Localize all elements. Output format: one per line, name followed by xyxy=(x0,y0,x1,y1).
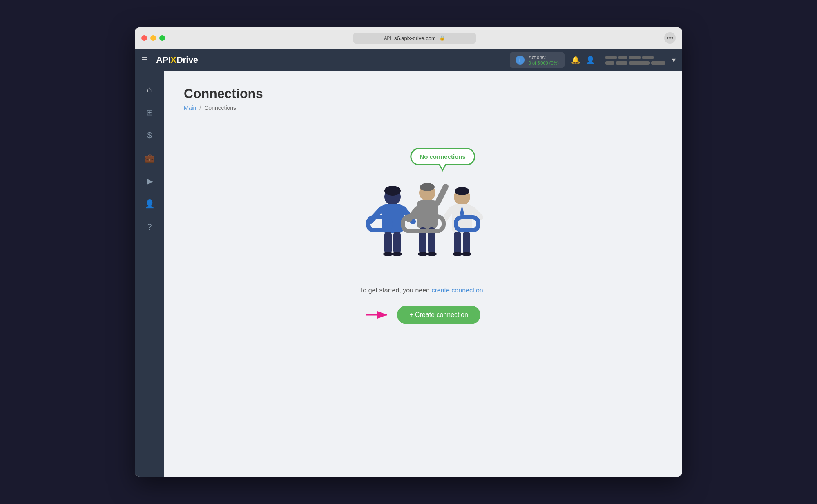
app-container: ☰ API X Drive i Actions: 0 of 5'000 (0%)… xyxy=(135,49,682,477)
create-connection-link[interactable]: create connection xyxy=(431,287,483,294)
create-connection-button[interactable]: + Create connection xyxy=(397,306,480,324)
nav-icons: 🔔 👤 xyxy=(571,56,595,65)
play-icon: ▶ xyxy=(147,176,153,186)
no-connections-bubble: No connections xyxy=(410,148,475,165)
browser-window: API s6.apix-drive.com 🔒 ••• ☰ API X Driv… xyxy=(135,27,682,477)
people-chain-illustration xyxy=(358,168,489,274)
svg-point-10 xyxy=(420,183,435,191)
minimize-button[interactable] xyxy=(150,35,156,41)
notification-icon[interactable]: 🔔 xyxy=(571,56,580,65)
sidebar-item-play[interactable]: ▶ xyxy=(140,171,159,191)
chevron-down-icon[interactable]: ▾ xyxy=(672,56,676,65)
helper-text-after: . xyxy=(485,287,487,294)
svg-rect-5 xyxy=(384,232,392,254)
svg-rect-24 xyxy=(454,232,461,254)
arrow-right-icon xyxy=(366,309,391,321)
empty-state: No connections xyxy=(184,127,663,341)
main-body: ⌂ ⊞ $ 💼 ▶ 👤 ? xyxy=(135,71,682,477)
browser-chrome: API s6.apix-drive.com 🔒 ••• xyxy=(135,27,682,49)
sidebar-item-billing[interactable]: $ xyxy=(140,125,159,145)
pill-row-2 xyxy=(605,61,665,65)
pill xyxy=(629,56,641,59)
actions-count: 0 of 5'000 (0%) xyxy=(529,60,559,65)
svg-point-7 xyxy=(383,252,393,256)
hamburger-menu[interactable]: ☰ xyxy=(141,56,148,65)
cta-row: + Create connection xyxy=(366,306,480,324)
pill xyxy=(629,61,650,65)
url-text: s6.apix-drive.com xyxy=(394,35,436,41)
pill xyxy=(605,56,617,59)
svg-rect-6 xyxy=(393,232,401,254)
logo: API X Drive xyxy=(156,55,198,65)
info-icon: i xyxy=(516,56,525,65)
user-avatar-icon[interactable]: 👤 xyxy=(586,56,595,65)
pill xyxy=(642,56,654,59)
logo-api: API xyxy=(156,55,170,65)
pill xyxy=(605,61,614,65)
sidebar-item-briefcase[interactable]: 💼 xyxy=(140,148,159,168)
svg-point-27 xyxy=(462,252,471,256)
nav-pills-area xyxy=(605,56,665,65)
svg-point-16 xyxy=(418,252,428,256)
content-area: Connections Main / Connections No connec… xyxy=(164,71,682,477)
svg-rect-25 xyxy=(463,232,470,254)
pill-row-1 xyxy=(605,56,665,59)
breadcrumb: Main / Connections xyxy=(184,105,663,111)
svg-point-8 xyxy=(392,252,402,256)
svg-line-12 xyxy=(438,187,446,203)
top-navbar: ☰ API X Drive i Actions: 0 of 5'000 (0%)… xyxy=(135,49,682,71)
address-bar: API s6.apix-drive.com 🔒 xyxy=(170,33,659,44)
sidebar-item-home[interactable]: ⌂ xyxy=(140,80,159,99)
helper-text: To get started, you need create connecti… xyxy=(359,287,487,294)
home-icon: ⌂ xyxy=(147,85,152,94)
svg-point-19 xyxy=(455,187,469,195)
maximize-button[interactable] xyxy=(159,35,165,41)
logo-x: X xyxy=(170,55,176,65)
pill xyxy=(616,61,627,65)
actions-text: Actions: 0 of 5'000 (0%) xyxy=(529,55,559,65)
sidebar-item-connections[interactable]: ⊞ xyxy=(140,103,159,122)
lock-icon: 🔒 xyxy=(439,35,445,41)
svg-point-26 xyxy=(453,252,462,256)
logo-drive: Drive xyxy=(176,55,198,65)
dollar-icon: $ xyxy=(147,131,152,140)
help-icon: ? xyxy=(147,222,152,232)
pill xyxy=(618,56,627,59)
api-icon: API xyxy=(384,36,391,40)
more-button[interactable]: ••• xyxy=(664,32,676,44)
connections-icon: ⊞ xyxy=(146,107,153,117)
sidebar-item-user[interactable]: 👤 xyxy=(140,194,159,214)
illustration-container: No connections xyxy=(354,144,493,274)
breadcrumb-current: Connections xyxy=(204,105,236,111)
svg-line-22 xyxy=(444,209,452,221)
close-button[interactable] xyxy=(141,35,147,41)
actions-label: Actions: xyxy=(529,55,559,60)
traffic-lights xyxy=(141,35,165,41)
sidebar: ⌂ ⊞ $ 💼 ▶ 👤 ? xyxy=(135,71,164,477)
helper-text-before: To get started, you need xyxy=(359,287,431,294)
svg-point-17 xyxy=(427,252,437,256)
svg-point-1 xyxy=(384,186,401,196)
page-title: Connections xyxy=(184,86,663,101)
user-icon: 👤 xyxy=(145,199,155,209)
sidebar-item-help[interactable]: ? xyxy=(140,217,159,236)
actions-info: i Actions: 0 of 5'000 (0%) xyxy=(510,52,565,68)
briefcase-icon: 💼 xyxy=(145,153,155,163)
breadcrumb-separator: / xyxy=(199,105,201,111)
breadcrumb-main[interactable]: Main xyxy=(184,105,196,111)
pill xyxy=(651,61,665,65)
